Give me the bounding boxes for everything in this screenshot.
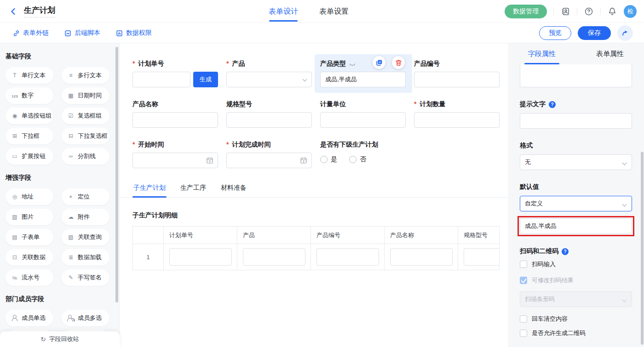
backend-script-link[interactable]: 后端脚本 <box>64 29 100 37</box>
scan-type-select[interactable]: 扫描条形码 <box>520 291 632 307</box>
save-button[interactable]: 保存 <box>578 26 611 40</box>
field-pill-extend-button[interactable]: 扩展按钮 <box>6 148 53 165</box>
field-product-type-selected[interactable]: 产品类型 成品,半成品 <box>320 59 406 87</box>
field-pill-signature[interactable]: 手写签名 <box>62 269 109 286</box>
generate-button[interactable]: 生成 <box>193 72 218 87</box>
field-pill-single-line-text[interactable]: 单行文本 <box>6 67 53 84</box>
cell-product-code-input[interactable] <box>316 248 379 266</box>
delete-field-button[interactable] <box>392 56 405 69</box>
radio-option-no[interactable]: 否 <box>349 155 366 164</box>
field-pill-location[interactable]: 定位 <box>62 188 109 205</box>
field-start-time[interactable]: 开始时间 <box>132 140 218 168</box>
field-label: 计量单位 <box>320 99 406 108</box>
field-product-name[interactable]: 产品名称 <box>132 99 218 128</box>
form-external-link[interactable]: 表单外链 <box>13 29 49 37</box>
field-pill-linked-data[interactable]: 关联数据 <box>6 249 53 266</box>
scan-input-option[interactable]: 扫码输入 <box>520 260 632 268</box>
plan-number-input[interactable] <box>132 72 190 87</box>
cell-product-name-input[interactable] <box>390 248 453 266</box>
field-pill-checkbox-group[interactable]: 复选框组 <box>62 108 109 124</box>
user-avatar[interactable]: 检 <box>624 5 637 18</box>
tab-form-settings[interactable]: 表单设置 <box>319 0 349 23</box>
field-product[interactable]: 产品 <box>226 59 312 87</box>
field-pill-data-load[interactable]: 数据加载 <box>62 249 109 266</box>
notification-bell-icon[interactable] <box>607 6 617 17</box>
cell-plan-number-input[interactable] <box>169 248 232 266</box>
field-pill-divider[interactable]: 分割线 <box>62 148 109 165</box>
tab-field-properties[interactable]: 字段属性 <box>508 43 576 64</box>
field-has-sub-plan[interactable]: 是否有下级生产计划 是 否 <box>320 140 458 168</box>
field-pill-dropdown[interactable]: 下拉框 <box>6 128 53 144</box>
hint-text-input[interactable] <box>520 113 632 129</box>
allow-qrcode-option[interactable]: 是否允许生成二维码 <box>520 329 632 337</box>
product-select[interactable] <box>226 72 312 87</box>
data-permission-link[interactable]: 数据权限 <box>116 29 152 37</box>
help-icon[interactable]: ? <box>562 248 569 255</box>
field-product-code[interactable]: 产品编号 <box>414 59 500 87</box>
help-icon[interactable] <box>584 6 594 17</box>
format-select[interactable]: 无 <box>520 154 632 170</box>
start-time-input[interactable] <box>132 153 218 168</box>
field-pill-address[interactable]: 地址 <box>6 188 53 205</box>
field-pill-linked-query[interactable]: 关联查询 <box>62 229 109 245</box>
field-recycle-bin[interactable]: ↻ 字段回收站 <box>0 331 120 347</box>
field-pill-multi-dropdown[interactable]: 下拉复选框 <box>62 128 109 144</box>
cell-spec-model-input[interactable] <box>464 248 500 266</box>
field-plan-number[interactable]: 计划单号 生成 <box>132 59 218 87</box>
scan-editable-option[interactable]: 可修改扫码结果 <box>520 276 632 284</box>
field-finish-time[interactable]: 计划完成时间 <box>226 140 312 168</box>
field-pill-member-single[interactable]: 成员单选 <box>6 310 53 326</box>
default-value-input[interactable]: 成品,半成品 <box>520 218 632 234</box>
help-icon[interactable]: ? <box>549 101 556 108</box>
product-name-input[interactable] <box>132 112 218 128</box>
signature-icon <box>67 274 75 281</box>
preview-button[interactable]: 预览 <box>539 26 571 40</box>
field-pill-radio-group[interactable]: 单选按钮组 <box>6 108 53 124</box>
tab-material-preparation[interactable]: 材料准备 <box>220 180 247 197</box>
product-code-input[interactable] <box>414 72 500 87</box>
share-button[interactable] <box>617 25 633 41</box>
field-title-input-partial[interactable] <box>520 64 632 87</box>
field-pill-multi-line-text[interactable]: 多行文本 <box>62 67 109 84</box>
field-spec-model[interactable]: 规格型号 <box>226 99 312 128</box>
tab-sub-production-plan[interactable]: 子生产计划 <box>132 180 167 197</box>
unit-input[interactable] <box>320 112 406 128</box>
field-label: 产品 <box>226 59 312 68</box>
default-mode-select[interactable]: 自定义 <box>520 196 632 211</box>
calendar-icon <box>300 157 307 164</box>
enter-clear-option[interactable]: 回车清空内容 <box>520 315 632 323</box>
field-label: 计划数量 <box>414 99 500 108</box>
product-type-input[interactable]: 成品,半成品 <box>320 72 406 87</box>
field-label: 计划单号 <box>132 59 218 68</box>
plan-quantity-input[interactable] <box>414 112 500 128</box>
contacts-icon[interactable] <box>560 6 570 17</box>
finish-time-input[interactable] <box>226 153 312 168</box>
field-pill-attachment[interactable]: 附件 <box>62 209 109 225</box>
copy-field-button[interactable] <box>373 56 385 69</box>
cell-product-input[interactable] <box>243 248 305 266</box>
spec-model-input[interactable] <box>226 112 312 128</box>
back-button[interactable] <box>9 7 17 16</box>
panel-scrollbar[interactable] <box>641 152 644 345</box>
address-icon <box>11 193 19 200</box>
radio-icon <box>320 156 328 163</box>
tab-form-properties[interactable]: 表单属性 <box>576 43 644 64</box>
format-label: 格式 <box>520 142 632 150</box>
radio-option-yes[interactable]: 是 <box>320 155 337 164</box>
field-pill-number[interactable]: 数字 <box>6 87 53 104</box>
subtable-title: 子生产计划明细 <box>132 211 508 220</box>
field-pill-subform[interactable]: 子表单 <box>6 229 53 245</box>
data-manage-button[interactable]: 数据管理 <box>505 5 547 18</box>
field-unit[interactable]: 计量单位 <box>320 99 406 128</box>
field-pill-member-multi[interactable]: 成员多选 <box>62 310 109 326</box>
member-multi-icon <box>67 315 75 321</box>
sidebar-scrollbar[interactable] <box>115 47 118 302</box>
field-pill-serial-number[interactable]: 流水号 <box>6 269 53 286</box>
tab-production-process[interactable]: 生产工序 <box>179 180 207 197</box>
field-pill-datetime[interactable]: 日期时间 <box>62 87 109 104</box>
page-title[interactable]: 生产计划 <box>24 5 55 17</box>
field-pill-image[interactable]: 图片 <box>6 209 53 225</box>
tab-form-design[interactable]: 表单设计 <box>269 0 298 23</box>
field-plan-quantity[interactable]: 计划数量 <box>414 99 500 128</box>
form-row-3: 开始时间 计划完成时间 是否有下级生产计划 是 否 <box>120 140 508 168</box>
